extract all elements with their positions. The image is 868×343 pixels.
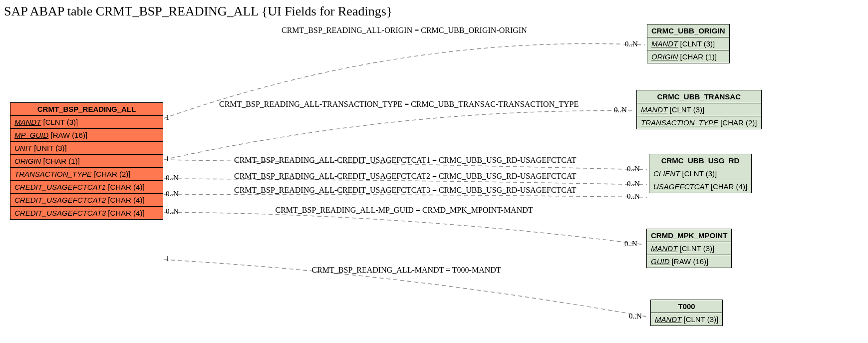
entity-crmc-ubb-usg-rd: CRMC_UBB_USG_RDCLIENT [CLNT (3)]USAGEFCT… [649,154,752,193]
right-cardinality: 0..N [627,192,640,201]
left-cardinality: 1 [166,113,170,122]
left-cardinality: 0..N [166,190,179,198]
field-row: MANDT [CLNT (3)] [647,37,729,50]
field-row: USAGEFCTCAT [CHAR (4)] [649,180,751,193]
right-cardinality: 0..N [627,165,640,173]
entity-crmd-mpk-mpoint: CRMD_MPK_MPOINTMANDT [CLNT (3)]GUID [RAW… [646,229,732,268]
entity-header: T000 [651,300,722,313]
connection-label: CRMT_BSP_READING_ALL-MANDT = T000-MANDT [312,266,501,275]
connection-label: CRMT_BSP_READING_ALL-ORIGIN = CRMC_UBB_O… [282,26,527,35]
field-row: ORIGIN [CHAR (1)] [10,155,163,168]
left-cardinality: 0..N [166,207,179,216]
left-cardinality: 0..N [166,174,179,182]
entity-crmc-ubb-origin: CRMC_UBB_ORIGINMANDT [CLNT (3)]ORIGIN [C… [647,24,730,63]
entity-header: CRMC_UBB_ORIGIN [647,24,729,37]
right-cardinality: 0..N [624,240,637,248]
field-row: MANDT [CLNT (3)] [647,242,731,255]
field-row: CREDIT_USAGEFCTCAT1 [CHAR (4)] [10,181,163,194]
right-cardinality: 0..N [625,40,638,48]
right-cardinality: 0..N [627,180,640,188]
field-row: UNIT [UNIT (3)] [10,142,163,155]
field-row: MP_GUID [RAW (16)] [10,129,163,142]
field-row: CLIENT [CLNT (3)] [649,167,751,180]
entity-header: CRMC_UBB_TRANSAC [637,90,761,103]
field-row: MANDT [CLNT (3)] [637,103,761,116]
right-cardinality: 0..N [629,312,642,321]
main-entity-table: CRMT_BSP_READING_ALL MANDT [CLNT (3)]MP_… [10,102,163,220]
field-row: TRANSACTION_TYPE [CHAR (2)] [10,168,163,181]
entity-crmc-ubb-transac: CRMC_UBB_TRANSACMANDT [CLNT (3)]TRANSACT… [636,90,762,129]
entity-t000: T000MANDT [CLNT (3)] [650,300,723,326]
page-title: SAP ABAP table CRMT_BSP_READING_ALL {UI … [4,4,392,19]
connection-label: CRMT_BSP_READING_ALL-TRANSACTION_TYPE = … [219,100,579,109]
field-row: MANDT [CLNT (3)] [651,313,722,326]
left-cardinality: 1 [166,255,170,263]
left-cardinality: 1 [166,155,170,163]
field-row: MANDT [CLNT (3)] [10,116,163,129]
connection-label: CRMT_BSP_READING_ALL-MP_GUID = CRMD_MPK_… [276,206,533,215]
connection-label: CRMT_BSP_READING_ALL-CREDIT_USAGEFCTCAT1… [234,156,577,165]
entity-header: CRMC_UBB_USG_RD [649,154,751,167]
field-row: ORIGIN [CHAR (1)] [647,50,729,63]
field-row: GUID [RAW (16)] [647,255,731,268]
field-row: CREDIT_USAGEFCTCAT3 [CHAR (4)] [10,207,163,219]
connection-label: CRMT_BSP_READING_ALL-CREDIT_USAGEFCTCAT3… [234,186,577,195]
field-row: CREDIT_USAGEFCTCAT2 [CHAR (4)] [10,194,163,207]
connection-label: CRMT_BSP_READING_ALL-CREDIT_USAGEFCTCAT2… [234,172,577,181]
entity-header: CRMD_MPK_MPOINT [647,229,731,242]
right-cardinality: 0..N [614,106,627,114]
field-row: TRANSACTION_TYPE [CHAR (2)] [637,116,761,129]
main-entity-header: CRMT_BSP_READING_ALL [10,103,163,116]
